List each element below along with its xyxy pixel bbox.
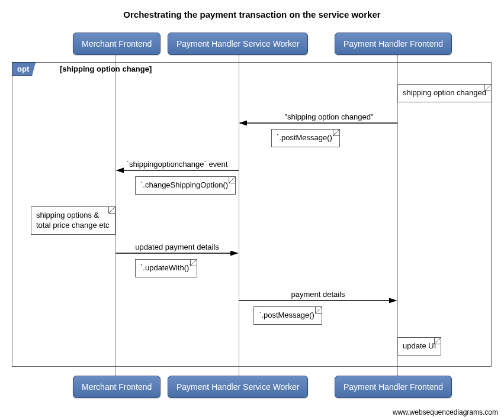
- attribution: www.websequencediagrams.com: [393, 408, 498, 416]
- arrows-layer: [0, 0, 504, 420]
